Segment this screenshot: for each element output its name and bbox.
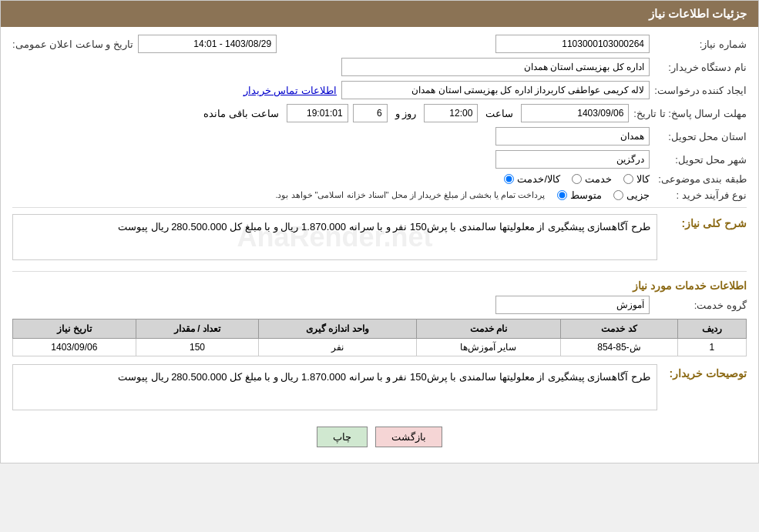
farayand-note: پرداخت تمام یا بخشی از مبلغ خریدار از مح… [275,190,545,200]
date-range-input[interactable] [138,35,277,53]
col-unit: واحد اندازه گیری [259,320,416,339]
temase-khardar-link[interactable]: اطلاعات تماس خریدار [243,85,337,96]
tabaghebandi-label: طبقه بندی موضوعی: [654,173,747,185]
shomara-niaz-label: شماره نیاز: [654,38,747,50]
row-gorohe: گروه خدمت: [12,296,747,314]
row-tawsif: توصیحات خریدار: طرح آگاهسازی پیشگیری از … [12,364,747,415]
cell-radif: 1 [677,339,746,356]
farayand-label: نوع فرآیند خرید : [654,189,747,201]
ostan-label: استان محل تحویل: [654,131,747,142]
kala-khedmat-label: کالا/خدمت [517,173,560,185]
radio-kala-khedmat: کالا/خدمت [504,173,560,185]
back-button[interactable]: بازگشت [375,427,442,447]
shomara-niaz-input[interactable] [495,35,650,53]
col-radif: ردیف [677,320,746,339]
content-area: شماره نیاز: تاریخ و ساعت اعلان عمومی: نا… [1,27,758,463]
sharh-label: شرح کلی نیاز: [662,217,747,229]
tawsif-text: طرح آگاهسازی پیشگیری از معلولیتها سالمند… [118,371,650,383]
tarikhe-label: تاریخ و ساعت اعلان عمومی: [12,38,133,50]
baqi-saat-label: ساعت باقی مانده [203,108,278,119]
col-name: نام خدمت [416,320,560,339]
shahr-label: شهر محل تحویل: [654,154,747,166]
row-dastgah: نام دستگاه خریدار: [12,58,747,76]
table-body: 1 ش-85-854 سایر آموزش‌ها نفر 150 1403/09… [13,339,747,356]
sharh-text: طرح آگاهسازی پیشگیری از معلولیتها سالمند… [118,221,650,233]
radio-jozi: جزیی [613,189,650,201]
table-header-row: ردیف کد خدمت نام خدمت واحد اندازه گیری ت… [13,320,747,339]
row-ijad: ایجاد کننده درخواست: اطلاعات تماس خریدار [12,81,747,99]
cell-count: 150 [136,339,259,356]
jozi-label: جزیی [626,189,650,201]
divider2 [12,271,747,272]
gorohe-khadamat-input[interactable] [495,296,650,314]
saat-label: ساعت [485,108,513,119]
ijad-konande-input[interactable] [341,81,650,99]
saat-input[interactable] [424,104,478,122]
row-shomara: شماره نیاز: تاریخ و ساعت اعلان عمومی: [12,35,747,53]
divider1 [12,207,747,208]
radio-jozi-input[interactable] [613,190,623,200]
radio-khedmat-input[interactable] [572,174,582,184]
nam-dastgah-input[interactable] [341,58,650,76]
sharh-box: AnaRender.net طرح آگاهسازی پیشگیری از مع… [12,214,657,260]
radio-kala-input[interactable] [623,174,633,184]
nam-dastgah-label: نام دستگاه خریدار: [654,62,747,73]
col-code: کد خدمت [560,320,677,339]
radio-kala: کالا [623,173,650,185]
print-button[interactable]: چاپ [317,427,368,447]
roz-label: روز و [395,108,417,119]
page-header: جزئیات اطلاعات نیاز [1,1,758,27]
khedmat-label: خدمت [585,173,612,185]
radio-mottaset-input[interactable] [557,190,567,200]
cell-name: سایر آموزش‌ها [416,339,560,356]
page-wrapper: جزئیات اطلاعات نیاز شماره نیاز: تاریخ و … [0,0,759,463]
row-ostan: استان محل تحویل: [12,127,747,146]
radio-khedmat: خدمت [572,173,612,185]
baqi-saat-input[interactable] [287,104,348,122]
cell-code: ش-85-854 [560,339,677,356]
khadamat-section-title: اطلاعات خدمات مورد نیاز [12,279,747,292]
ijad-konande-label: ایجاد کننده درخواست: [654,85,747,96]
row-tabaghebandi: طبقه بندی موضوعی: کالا خدمت کالا/خدمت [12,173,747,185]
kala-label: کالا [636,173,650,185]
table-row: 1 ش-85-854 سایر آموزش‌ها نفر 150 1403/09… [13,339,747,356]
mohlat-label: مهلت ارسال پاسخ: تا تاریخ: [633,108,747,119]
col-date: تاریخ نیاز [13,320,136,339]
mottaset-label: متوسط [570,189,602,201]
radio-kala-khedmat-input[interactable] [504,174,514,184]
tawsif-box: طرح آگاهسازی پیشگیری از معلولیتها سالمند… [12,364,657,410]
radio-mottaset: متوسط [557,189,602,201]
tabaghebandi-radio-group: کالا خدمت کالا/خدمت [504,173,650,185]
buttons-row: بازگشت چاپ [12,427,747,447]
tawsif-label: توصیحات خریدار: [662,367,747,380]
ostan-input[interactable] [495,127,650,146]
row-shahr: شهر محل تحویل: [12,150,747,169]
shahr-input[interactable] [495,150,650,169]
table-header: ردیف کد خدمت نام خدمت واحد اندازه گیری ت… [13,320,747,339]
cell-unit: نفر [259,339,416,356]
col-count: تعداد / مقدار [136,320,259,339]
date-input[interactable] [521,104,629,122]
row-mohlat: مهلت ارسال پاسخ: تا تاریخ: ساعت روز و سا… [12,104,747,122]
cell-date: 1403/09/06 [13,339,136,356]
farayand-radio-group: جزیی متوسط [557,189,650,201]
row-sharh: شرح کلی نیاز: AnaRender.net طرح آگاهسازی… [12,214,747,265]
page-title: جزئیات اطلاعات نیاز [649,7,747,20]
gorohe-khadamat-label: گروه خدمت: [654,299,747,311]
row-farayand: نوع فرآیند خرید : جزیی متوسط پرداخت تمام… [12,189,747,201]
roz-input[interactable] [353,104,388,122]
services-table: ردیف کد خدمت نام خدمت واحد اندازه گیری ت… [12,319,747,356]
